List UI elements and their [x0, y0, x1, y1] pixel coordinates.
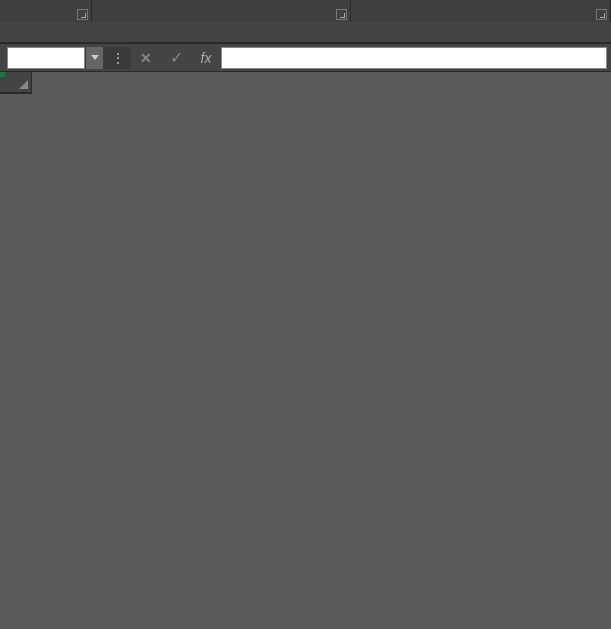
ribbon-group-clipboard	[0, 0, 92, 22]
formula-accept-button[interactable]: ✓	[161, 47, 191, 69]
name-box-dropdown[interactable]	[85, 47, 103, 69]
ribbon-group-labels	[0, 0, 611, 44]
worksheet[interactable]	[0, 72, 611, 629]
chevron-down-icon	[91, 55, 99, 60]
select-all-button[interactable]	[0, 72, 32, 94]
formula-bar: ⋮ ✕ ✓ fx	[0, 44, 611, 72]
ribbon-group-font	[92, 0, 352, 22]
name-box[interactable]	[7, 47, 85, 69]
dialog-launcher-icon[interactable]	[596, 9, 607, 20]
ribbon-group-alignment	[351, 0, 611, 22]
formula-bar-grip: ⋮	[103, 47, 131, 69]
insert-function-button[interactable]: fx	[191, 47, 221, 69]
formula-input[interactable]	[221, 47, 607, 69]
column-headers[interactable]	[32, 72, 611, 94]
dialog-launcher-icon[interactable]	[336, 9, 347, 20]
dialog-launcher-icon[interactable]	[77, 9, 88, 20]
formula-cancel-button[interactable]: ✕	[131, 47, 161, 69]
